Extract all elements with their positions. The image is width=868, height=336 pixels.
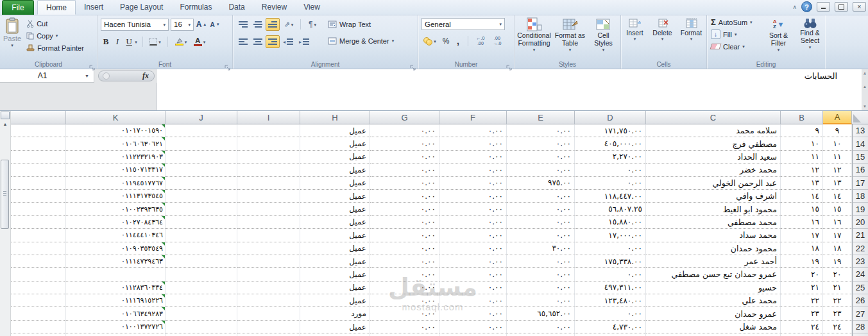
cell-C29[interactable] (646, 333, 781, 336)
help-button[interactable]: ? (801, 1, 812, 12)
cell-D14[interactable]: ٤٠٥,٠٠٠.٠٠ (575, 137, 646, 150)
file-tab[interactable]: File (2, 0, 34, 15)
align-left-button[interactable] (236, 35, 250, 48)
cell-A25[interactable]: ٢١ (823, 281, 852, 294)
cell-F13[interactable]: ٠.٠٠ (439, 124, 507, 137)
cell-D22[interactable]: ٠.٠٠ (575, 242, 646, 255)
cell-stub22[interactable] (11, 242, 66, 255)
format-cells-button[interactable]: Format▾ (678, 18, 705, 59)
cell-stub21[interactable] (11, 229, 66, 242)
cell-D21[interactable]: ١٧,٠٠٠.٠٠ (575, 229, 646, 242)
cell-K17[interactable]: ٠١١٩٤٥١٧٧٦٧ (66, 177, 166, 190)
cell-E22[interactable]: ٣٠.٠٠ (507, 242, 575, 255)
cell-I22[interactable] (237, 242, 300, 255)
cell-J15[interactable] (166, 151, 237, 164)
row-header-28[interactable]: 28 (852, 321, 868, 333)
minimize-button[interactable] (817, 2, 830, 12)
cell-I28[interactable] (237, 321, 300, 333)
row-header-22[interactable]: 22 (852, 242, 868, 255)
accounting-format-button[interactable]: ▾ (421, 35, 438, 47)
copy-dropdown-icon[interactable]: ▾ (56, 33, 58, 38)
cell-C13[interactable]: سلامه محمد (646, 124, 781, 137)
column-header-K[interactable]: K (66, 111, 166, 124)
cell-G23[interactable]: ٠.٠٠ (370, 255, 439, 268)
cell-F18[interactable]: ٠.٠٠ (439, 190, 507, 203)
cell-J17[interactable] (166, 177, 237, 190)
align-right-button[interactable] (266, 35, 280, 48)
cell-B22[interactable]: ١٨ (781, 242, 823, 255)
cell-C16[interactable]: محمد خضر (646, 164, 781, 176)
cell-G26[interactable]: ٠.٠٠ (370, 294, 439, 307)
row-header-26[interactable]: 26 (852, 294, 868, 307)
cell-D20[interactable]: ١٥,٨٨٠.٠٠ (575, 216, 646, 229)
conditional-formatting-button[interactable]: Conditional Formatting▾ (516, 17, 552, 59)
clipboard-dialog-launcher[interactable] (89, 62, 95, 67)
underline-button[interactable]: U▾ (124, 35, 138, 48)
cell-A24[interactable]: ٢٠ (823, 268, 852, 281)
cell-G22[interactable]: ٠.٠٠ (370, 242, 439, 255)
cell-F29[interactable] (439, 333, 507, 336)
cell-K26[interactable]: ٠١١١٦٩١٥٢٢٦ (66, 294, 166, 307)
cell-A26[interactable]: ٢٢ (823, 294, 852, 307)
cell-J27[interactable] (166, 307, 237, 320)
cell-B21[interactable]: ١٧ (781, 229, 823, 242)
cell-F26[interactable]: ٠.٠٠ (439, 294, 507, 307)
cell-B15[interactable]: ١١ (781, 151, 823, 164)
italic-button[interactable]: I (113, 35, 122, 48)
cell-G28[interactable]: ٠.٠٠ (370, 321, 439, 333)
align-middle-button[interactable] (251, 18, 265, 31)
cell-G29[interactable] (370, 333, 439, 336)
cell-stub13[interactable] (11, 124, 66, 137)
row-header-16[interactable]: 16 (852, 164, 868, 176)
cell-B19[interactable]: ١٥ (781, 203, 823, 215)
number-dialog-launcher[interactable] (506, 62, 512, 67)
cell-C19[interactable]: محمود ابو الغيط (646, 203, 781, 215)
cell-C15[interactable]: سعيد الحداد (646, 151, 781, 164)
cell-K13[interactable]: ٠١٠١٧٠٠١٥٩٠ (66, 124, 166, 137)
cell-C27[interactable]: عمرو حمدان (646, 307, 781, 320)
cell-E18[interactable]: ٠.٠٠ (507, 190, 575, 203)
cell-stub16[interactable] (11, 164, 66, 176)
font-dialog-launcher[interactable] (225, 62, 230, 67)
restore-button[interactable] (835, 2, 848, 12)
font-size-combo[interactable]: 16▾ (171, 19, 194, 31)
number-format-combo[interactable]: General▾ (421, 18, 505, 30)
column-header-C[interactable]: C (646, 111, 781, 124)
format-painter-button[interactable]: Format Painter (25, 42, 85, 54)
merge-center-button[interactable]: Merge & Center ▾ (327, 35, 395, 47)
cell-G13[interactable]: ٠.٠٠ (370, 124, 439, 137)
cell-A15[interactable]: ١١ (823, 151, 852, 164)
row-header-14[interactable]: 14 (852, 137, 868, 150)
sort-filter-button[interactable]: AZ ▼ Sort & Filter▾ (763, 16, 794, 59)
row-header-20[interactable]: 20 (852, 216, 868, 229)
format-as-table-button[interactable]: Format as Table▾ (554, 17, 587, 59)
select-all-corner[interactable] (852, 111, 868, 124)
row-header-27[interactable]: 27 (852, 307, 868, 320)
cell-J13[interactable] (166, 124, 237, 137)
cell-H14[interactable]: عميل (300, 137, 370, 150)
cell-C21[interactable]: محمد سداد (646, 229, 781, 242)
cell-H24[interactable]: عميل (300, 268, 370, 281)
cell-stub27[interactable] (11, 307, 66, 320)
cell-G17[interactable]: ٠.٠٠ (370, 177, 439, 190)
cell-B29[interactable] (781, 333, 823, 336)
column-header-stub[interactable] (11, 111, 66, 124)
cell-E20[interactable]: ٠.٠٠ (507, 216, 575, 229)
cell-I27[interactable] (237, 307, 300, 320)
align-bottom-button[interactable] (266, 18, 280, 31)
cell-K25[interactable]: ٠١١٢٨٣٦٠٣٣٤ (66, 281, 166, 294)
cell-stub19[interactable] (11, 203, 66, 215)
cell-E27[interactable]: ٦٥,٦٥٢.٠٠ (507, 307, 575, 320)
formula-bar-scroll-up-icon[interactable]: ▲ (863, 85, 867, 88)
close-button[interactable]: × (853, 2, 866, 12)
cell-I15[interactable] (237, 151, 300, 164)
cell-J18[interactable] (166, 190, 237, 203)
cell-F24[interactable]: ٠.٠٠ (439, 268, 507, 281)
cell-D23[interactable]: ١٧٥,٣٣٨.٠٠ (575, 255, 646, 268)
comma-style-button[interactable]: , (454, 35, 463, 47)
cell-E28[interactable]: ٠.٠٠ (507, 321, 575, 333)
cell-H16[interactable]: عميل (300, 164, 370, 176)
cell-K22[interactable]: ٠١٠٩٠٣٥٣٥٤٩ (66, 242, 166, 255)
cell-C20[interactable]: محمد مصطفي (646, 216, 781, 229)
formula-bar-collapse-icon[interactable]: ∧ (863, 71, 866, 76)
